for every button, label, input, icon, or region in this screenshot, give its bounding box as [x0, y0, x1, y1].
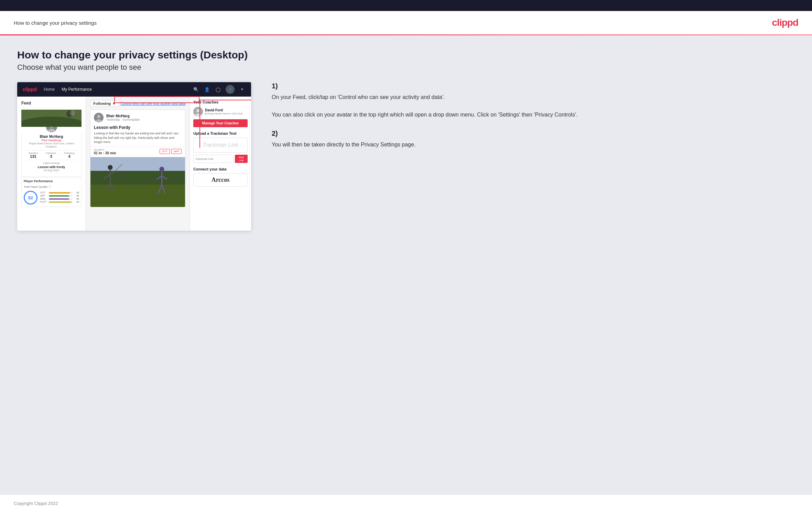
content-area: clippd Home My Performance 🔍 👤 ◯ 👤 ▼ Fee… [17, 82, 795, 231]
app-right-panel: Your Coaches David Ford [190, 97, 251, 231]
info-icon: ⓘ [48, 185, 51, 189]
feed-tab[interactable]: Feed [21, 101, 82, 106]
arccos-text: Arccos [196, 176, 245, 184]
player-perf-title: Player Performance [24, 179, 79, 183]
svg-point-8 [97, 115, 100, 118]
profile-banner [21, 110, 82, 127]
coach-club: ● Royal North Devon Golf Club [205, 112, 243, 115]
app-bar-row: APP 85 [40, 195, 79, 197]
nav-my-performance[interactable]: My Performance [62, 87, 92, 92]
post-header: Blair McHarg Yesterday · Sunningdale [90, 110, 185, 125]
person-icon[interactable]: 👤 [204, 86, 210, 93]
following-label: Following [64, 152, 75, 154]
trackman-placeholder: Trackman Link [196, 142, 245, 148]
activities-value: 131 [29, 154, 38, 158]
svg-point-14 [108, 165, 113, 170]
arg-track [49, 198, 73, 200]
following-button[interactable]: Following ▼ [90, 100, 119, 107]
svg-point-3 [70, 110, 75, 116]
coach-item: David Ford ● Royal North Devon Golf Club [193, 107, 248, 117]
post-username: Blair McHarg [106, 114, 140, 118]
app-label: APP [40, 195, 48, 197]
profile-handicap: Plus Handicap [24, 139, 78, 142]
followers-stat: Followers 3 [46, 152, 56, 158]
latest-activity-title: Lesson with Fordy [24, 165, 78, 169]
app-tag[interactable]: APP [171, 149, 182, 154]
app-feed: Following ▼ Control who can see your act… [86, 97, 190, 231]
main-content: How to change your privacy settings (Des… [0, 35, 812, 494]
post-duration: Duration 01 hr : 30 min OTT APP [90, 146, 185, 157]
post-user-info: Blair McHarg Yesterday · Sunningdale [106, 114, 140, 121]
ott-tag[interactable]: OTT [160, 149, 170, 154]
arg-bar-row: ARG 86 [40, 198, 79, 200]
manage-coaches-button[interactable]: Manage Your Coaches [193, 119, 248, 127]
nav-home[interactable]: Home [44, 87, 55, 92]
followers-value: 3 [46, 154, 56, 158]
instruction-2-number: 2) [272, 130, 788, 137]
connect-title: Connect your data [193, 167, 248, 171]
search-icon[interactable]: 🔍 [193, 86, 199, 93]
compass-icon[interactable]: ◯ [215, 86, 221, 93]
arg-val: 86 [74, 198, 79, 200]
ott-bar-row: OTT 90 [40, 191, 79, 194]
total-quality-label: Total Player Quality ⓘ [24, 185, 79, 189]
add-link-button[interactable]: Add Link [235, 155, 248, 163]
instruction-1-text: On your Feed, click/tap on 'Control who … [272, 93, 788, 119]
app-track [49, 195, 73, 197]
svg-point-28 [196, 109, 200, 112]
latest-activity-label: Latest Activity [24, 162, 78, 165]
app-fill [49, 195, 69, 197]
duration-value: 01 hr : 30 min [94, 151, 116, 155]
trackman-title: Upload a Trackman Test [193, 131, 248, 135]
profile-stats: Activities 131 Followers 3 Following 4 [24, 150, 78, 160]
chevron-down-icon: ▼ [112, 101, 116, 106]
trackman-link-box: Trackman Link [193, 137, 248, 153]
page-heading: How to change your privacy settings (Des… [17, 49, 795, 61]
app-body: Feed [17, 97, 251, 231]
coach-name: David Ford [205, 108, 243, 112]
instruction-1: 1) On your Feed, click/tap on 'Control w… [272, 82, 788, 119]
chevron-down-icon[interactable]: ▼ [239, 86, 246, 93]
arg-fill [49, 198, 69, 200]
svg-rect-11 [90, 185, 185, 207]
post-avatar [94, 113, 104, 122]
profile-club: Royal North Devon Golf Club, United King… [24, 142, 78, 148]
avatar-button[interactable]: 👤 [226, 85, 235, 94]
putt-fill [49, 201, 72, 203]
duration-label: Duration [94, 148, 116, 151]
putt-val: 96 [74, 201, 79, 203]
following-stat: Following 4 [64, 152, 75, 158]
trackman-input-row: Add Link [193, 155, 248, 163]
arccos-box: Arccos [193, 173, 248, 187]
header: How to change your privacy settings clip… [0, 11, 812, 34]
followers-label: Followers [46, 152, 56, 154]
arg-label: ARG [40, 198, 48, 200]
post-image [90, 157, 185, 207]
quality-score: 92 [24, 191, 37, 205]
copyright-text: Copyright Clippd 2022 [14, 501, 58, 506]
ott-track [49, 192, 73, 194]
duration-info: Duration 01 hr : 30 min [94, 148, 116, 155]
trackman-input[interactable] [193, 155, 234, 163]
control-privacy-link[interactable]: Control who can see your activity and da… [121, 102, 185, 106]
ott-label: OTT [40, 191, 48, 194]
app-sidebar: Feed [17, 97, 86, 231]
quality-body: 92 OTT 90 APP 85 [24, 191, 79, 205]
following-value: 4 [64, 154, 75, 158]
latest-activity-date: 03 Aug 2022 [24, 169, 78, 172]
putt-label: PUTT [40, 201, 48, 203]
app-val: 85 [74, 195, 79, 197]
profile-name: Blair McHarg [24, 134, 78, 139]
nav-right-icons: 🔍 👤 ◯ 👤 ▼ [193, 85, 246, 94]
header-title: How to change your privacy settings [14, 20, 97, 26]
page-subheading: Choose what you want people to see [17, 63, 795, 72]
instruction-2: 2) You will then be taken directly to th… [272, 130, 788, 149]
instructions-panel: 1) On your Feed, click/tap on 'Control w… [265, 82, 795, 159]
post-description: Looking to feel like my hands are exitin… [90, 131, 185, 146]
putt-track [49, 201, 73, 203]
instruction-1-number: 1) [272, 82, 788, 90]
coaches-section: Your Coaches David Ford [193, 100, 248, 127]
svg-rect-13 [90, 171, 185, 185]
instruction-2-text: You will then be taken directly to the P… [272, 140, 788, 149]
top-bar [0, 0, 812, 11]
